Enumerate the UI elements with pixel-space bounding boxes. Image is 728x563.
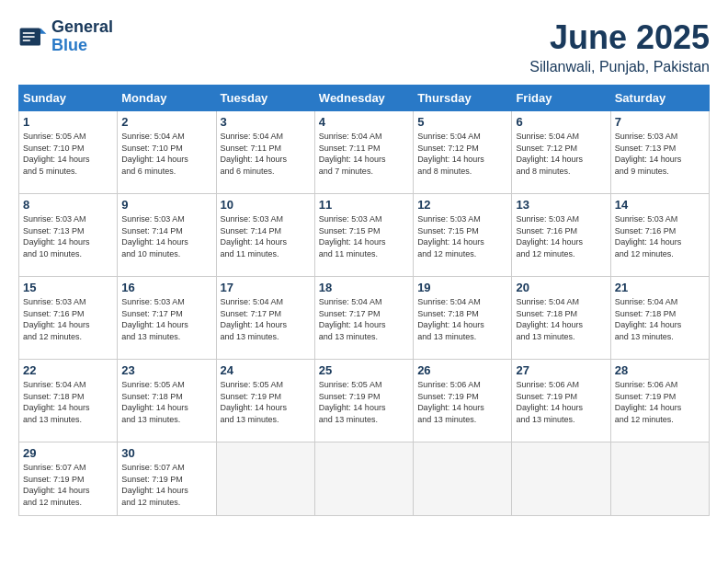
header-wednesday: Wednesday: [314, 86, 413, 111]
day-number: 25: [319, 363, 409, 377]
day-info: Sunrise: 5:03 AM Sunset: 7:13 PM Dayligh…: [23, 213, 113, 259]
day-info: Sunrise: 5:03 AM Sunset: 7:17 PM Dayligh…: [121, 296, 211, 342]
day-info: Sunrise: 5:03 AM Sunset: 7:16 PM Dayligh…: [615, 213, 705, 259]
table-row: 20Sunrise: 5:04 AM Sunset: 7:18 PM Dayli…: [512, 277, 610, 360]
day-info: Sunrise: 5:03 AM Sunset: 7:15 PM Dayligh…: [417, 213, 507, 259]
logo-text: GeneralBlue: [51, 18, 113, 55]
day-number: 30: [121, 446, 211, 460]
header-friday: Friday: [512, 86, 610, 111]
day-number: 14: [615, 198, 705, 212]
table-row: 4Sunrise: 5:04 AM Sunset: 7:11 PM Daylig…: [314, 111, 413, 194]
table-row: [314, 442, 413, 516]
day-info: Sunrise: 5:04 AM Sunset: 7:12 PM Dayligh…: [516, 131, 606, 177]
day-info: Sunrise: 5:04 AM Sunset: 7:18 PM Dayligh…: [516, 296, 606, 342]
table-row: 24Sunrise: 5:05 AM Sunset: 7:19 PM Dayli…: [216, 360, 314, 442]
day-info: Sunrise: 5:05 AM Sunset: 7:18 PM Dayligh…: [121, 379, 211, 425]
day-info: Sunrise: 5:05 AM Sunset: 7:10 PM Dayligh…: [23, 131, 113, 177]
table-row: 15Sunrise: 5:03 AM Sunset: 7:16 PM Dayli…: [19, 277, 118, 360]
table-row: 14Sunrise: 5:03 AM Sunset: 7:16 PM Dayli…: [610, 194, 709, 277]
day-info: Sunrise: 5:07 AM Sunset: 7:19 PM Dayligh…: [121, 462, 211, 508]
day-info: Sunrise: 5:04 AM Sunset: 7:17 PM Dayligh…: [319, 296, 409, 342]
header-saturday: Saturday: [610, 86, 709, 111]
day-info: Sunrise: 5:04 AM Sunset: 7:18 PM Dayligh…: [417, 296, 507, 342]
day-number: 12: [417, 198, 507, 212]
calendar-title: June 2025: [529, 18, 710, 57]
table-row: 30Sunrise: 5:07 AM Sunset: 7:19 PM Dayli…: [118, 442, 216, 516]
day-info: Sunrise: 5:04 AM Sunset: 7:17 PM Dayligh…: [221, 296, 311, 342]
table-row: [512, 442, 610, 516]
calendar-row: 8Sunrise: 5:03 AM Sunset: 7:13 PM Daylig…: [19, 194, 710, 277]
table-row: 6Sunrise: 5:04 AM Sunset: 7:12 PM Daylig…: [512, 111, 610, 194]
day-info: Sunrise: 5:07 AM Sunset: 7:19 PM Dayligh…: [23, 462, 113, 508]
calendar-row: 1Sunrise: 5:05 AM Sunset: 7:10 PM Daylig…: [19, 111, 710, 194]
table-row: 11Sunrise: 5:03 AM Sunset: 7:15 PM Dayli…: [314, 194, 413, 277]
table-row: 2Sunrise: 5:04 AM Sunset: 7:10 PM Daylig…: [118, 111, 216, 194]
table-row: 29Sunrise: 5:07 AM Sunset: 7:19 PM Dayli…: [19, 442, 118, 516]
table-row: [610, 442, 709, 516]
table-row: 13Sunrise: 5:03 AM Sunset: 7:16 PM Dayli…: [512, 194, 610, 277]
day-info: Sunrise: 5:03 AM Sunset: 7:14 PM Dayligh…: [221, 213, 311, 259]
day-number: 27: [516, 363, 606, 377]
day-number: 15: [23, 281, 113, 294]
day-number: 9: [121, 198, 211, 212]
day-number: 5: [417, 115, 507, 129]
header-sunday: Sunday: [19, 86, 118, 111]
table-row: 12Sunrise: 5:03 AM Sunset: 7:15 PM Dayli…: [414, 194, 512, 277]
table-row: 16Sunrise: 5:03 AM Sunset: 7:17 PM Dayli…: [118, 277, 216, 360]
table-row: 22Sunrise: 5:04 AM Sunset: 7:18 PM Dayli…: [19, 360, 118, 442]
day-number: 13: [516, 198, 606, 212]
day-number: 19: [417, 281, 507, 294]
day-number: 17: [221, 281, 311, 294]
day-info: Sunrise: 5:04 AM Sunset: 7:12 PM Dayligh…: [417, 131, 507, 177]
day-number: 3: [221, 115, 311, 129]
day-info: Sunrise: 5:04 AM Sunset: 7:18 PM Dayligh…: [23, 379, 113, 425]
day-info: Sunrise: 5:03 AM Sunset: 7:13 PM Dayligh…: [615, 131, 705, 177]
table-row: 10Sunrise: 5:03 AM Sunset: 7:14 PM Dayli…: [216, 194, 314, 277]
title-area: June 2025 Sillanwali, Punjab, Pakistan: [529, 18, 710, 75]
logo: GeneralBlue: [18, 18, 113, 55]
table-row: 1Sunrise: 5:05 AM Sunset: 7:10 PM Daylig…: [19, 111, 118, 194]
svg-rect-4: [23, 40, 30, 41]
day-info: Sunrise: 5:04 AM Sunset: 7:10 PM Dayligh…: [121, 131, 211, 177]
day-number: 16: [121, 281, 211, 294]
day-number: 22: [23, 363, 113, 377]
day-info: Sunrise: 5:05 AM Sunset: 7:19 PM Dayligh…: [319, 379, 409, 425]
day-number: 26: [417, 363, 507, 377]
day-number: 29: [23, 446, 113, 460]
day-number: 1: [23, 115, 113, 129]
table-row: 5Sunrise: 5:04 AM Sunset: 7:12 PM Daylig…: [414, 111, 512, 194]
day-number: 20: [516, 281, 606, 294]
table-row: [216, 442, 314, 516]
table-row: 26Sunrise: 5:06 AM Sunset: 7:19 PM Dayli…: [414, 360, 512, 442]
day-info: Sunrise: 5:06 AM Sunset: 7:19 PM Dayligh…: [516, 379, 606, 425]
day-info: Sunrise: 5:04 AM Sunset: 7:11 PM Dayligh…: [221, 131, 311, 177]
table-row: 21Sunrise: 5:04 AM Sunset: 7:18 PM Dayli…: [610, 277, 709, 360]
day-info: Sunrise: 5:04 AM Sunset: 7:18 PM Dayligh…: [615, 296, 705, 342]
day-number: 4: [319, 115, 409, 129]
header-monday: Monday: [118, 86, 216, 111]
svg-marker-1: [40, 28, 46, 33]
svg-rect-3: [23, 36, 35, 38]
calendar-row: 15Sunrise: 5:03 AM Sunset: 7:16 PM Dayli…: [19, 277, 710, 360]
table-row: 23Sunrise: 5:05 AM Sunset: 7:18 PM Dayli…: [118, 360, 216, 442]
day-info: Sunrise: 5:03 AM Sunset: 7:15 PM Dayligh…: [319, 213, 409, 259]
day-number: 18: [319, 281, 409, 294]
table-row: 8Sunrise: 5:03 AM Sunset: 7:13 PM Daylig…: [19, 194, 118, 277]
day-number: 10: [221, 198, 311, 212]
day-info: Sunrise: 5:03 AM Sunset: 7:14 PM Dayligh…: [121, 213, 211, 259]
day-number: 28: [615, 363, 705, 377]
day-number: 8: [23, 198, 113, 212]
table-row: 18Sunrise: 5:04 AM Sunset: 7:17 PM Dayli…: [314, 277, 413, 360]
day-info: Sunrise: 5:06 AM Sunset: 7:19 PM Dayligh…: [417, 379, 507, 425]
calendar-row: 22Sunrise: 5:04 AM Sunset: 7:18 PM Dayli…: [19, 360, 710, 442]
table-row: 25Sunrise: 5:05 AM Sunset: 7:19 PM Dayli…: [314, 360, 413, 442]
table-row: 17Sunrise: 5:04 AM Sunset: 7:17 PM Dayli…: [216, 277, 314, 360]
calendar-row: 29Sunrise: 5:07 AM Sunset: 7:19 PM Dayli…: [19, 442, 710, 516]
calendar-table: Sunday Monday Tuesday Wednesday Thursday…: [18, 85, 710, 516]
day-number: 11: [319, 198, 409, 212]
day-number: 7: [615, 115, 705, 129]
table-row: 27Sunrise: 5:06 AM Sunset: 7:19 PM Dayli…: [512, 360, 610, 442]
day-info: Sunrise: 5:06 AM Sunset: 7:19 PM Dayligh…: [615, 379, 705, 425]
table-row: 7Sunrise: 5:03 AM Sunset: 7:13 PM Daylig…: [610, 111, 709, 194]
day-info: Sunrise: 5:03 AM Sunset: 7:16 PM Dayligh…: [23, 296, 113, 342]
